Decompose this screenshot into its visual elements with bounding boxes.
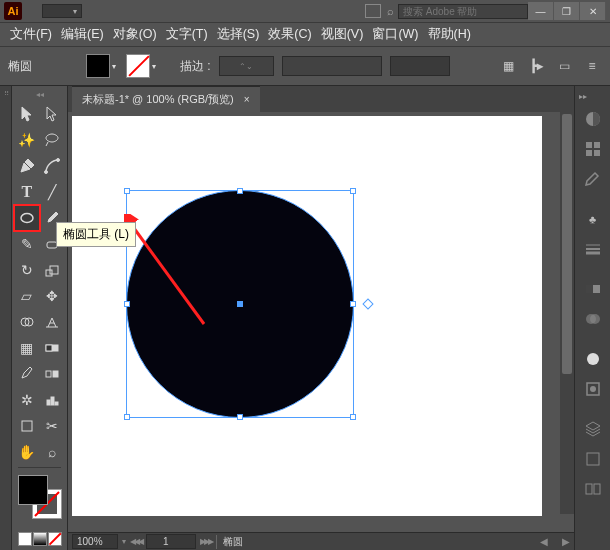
artboard-tool[interactable] bbox=[14, 413, 40, 439]
resize-handle[interactable] bbox=[124, 301, 130, 307]
stroke-width-input[interactable]: ⌃⌄ bbox=[219, 56, 274, 76]
svg-rect-13 bbox=[51, 397, 54, 405]
magic-wand-tool[interactable]: ✨ bbox=[14, 127, 40, 153]
tab-close-icon[interactable]: × bbox=[244, 94, 250, 105]
resize-handle[interactable] bbox=[350, 188, 356, 194]
brush-definition-dropdown[interactable] bbox=[282, 56, 382, 76]
resize-handle[interactable] bbox=[237, 414, 243, 420]
menu-edit[interactable]: 编辑(E) bbox=[57, 23, 108, 46]
center-point[interactable] bbox=[237, 301, 243, 307]
menu-object[interactable]: 对象(O) bbox=[109, 23, 161, 46]
line-tool[interactable]: ╱ bbox=[40, 179, 66, 205]
fill-dropdown[interactable]: ▾ bbox=[112, 56, 124, 76]
width-tool[interactable]: ▱ bbox=[14, 283, 40, 309]
curvature-tool[interactable] bbox=[40, 153, 66, 179]
resize-handle[interactable] bbox=[350, 414, 356, 420]
status-nav-arrows[interactable]: ◀ ▶ bbox=[540, 536, 570, 547]
resize-handle[interactable] bbox=[237, 188, 243, 194]
hand-tool[interactable]: ✋ bbox=[14, 439, 40, 465]
menu-window[interactable]: 窗口(W) bbox=[368, 23, 422, 46]
workspace-switcher[interactable]: ▾ bbox=[42, 4, 82, 18]
pie-handle[interactable] bbox=[362, 298, 373, 309]
canvas-viewport[interactable] bbox=[68, 112, 574, 532]
stroke-panel-icon[interactable] bbox=[578, 235, 608, 263]
menu-select[interactable]: 选择(S) bbox=[213, 23, 264, 46]
variable-width-dropdown[interactable] bbox=[390, 56, 450, 76]
search-input[interactable] bbox=[398, 4, 528, 19]
artboards-panel-icon[interactable] bbox=[578, 475, 608, 503]
menu-help[interactable]: 帮助(H) bbox=[424, 23, 475, 46]
gradient-mode[interactable] bbox=[33, 532, 47, 546]
slice-tool[interactable]: ✂ bbox=[40, 413, 66, 439]
color-panel-icon[interactable] bbox=[578, 105, 608, 133]
rotate-tool[interactable]: ↻ bbox=[14, 257, 40, 283]
artboard-number[interactable]: 1 bbox=[146, 534, 196, 549]
stroke-swatch[interactable] bbox=[126, 54, 150, 78]
artboard-nav[interactable]: ◀◀ ◀ bbox=[130, 537, 142, 546]
direct-selection-tool[interactable] bbox=[40, 101, 66, 127]
resize-handle[interactable] bbox=[350, 301, 356, 307]
symbols-panel-icon[interactable]: ♣ bbox=[578, 205, 608, 233]
menu-view[interactable]: 视图(V) bbox=[317, 23, 368, 46]
zoom-dropdown[interactable]: 100% bbox=[72, 534, 118, 549]
type-tool[interactable]: T bbox=[14, 179, 40, 205]
mesh-tool[interactable]: ▦ bbox=[14, 335, 40, 361]
eyedropper-tool[interactable] bbox=[14, 361, 40, 387]
menu-effect[interactable]: 效果(C) bbox=[264, 23, 315, 46]
fill-stroke-swatches[interactable] bbox=[14, 475, 65, 482]
minimize-button[interactable]: — bbox=[528, 2, 554, 20]
symbol-sprayer-tool[interactable]: ✲ bbox=[14, 387, 40, 413]
panel-grip-icon[interactable]: ◂◂ bbox=[14, 90, 65, 99]
fill-swatch[interactable] bbox=[86, 54, 110, 78]
search-icon[interactable]: ⌕ bbox=[387, 5, 394, 17]
appearance-panel-icon[interactable] bbox=[578, 345, 608, 373]
shaper-tool[interactable]: ✎ bbox=[14, 231, 40, 257]
menu-type[interactable]: 文字(T) bbox=[162, 23, 212, 46]
ellipse-tool[interactable] bbox=[14, 205, 40, 231]
swatches-panel-icon[interactable] bbox=[578, 135, 608, 163]
gradient-panel-icon[interactable] bbox=[578, 275, 608, 303]
resize-handle[interactable] bbox=[124, 414, 130, 420]
menu-file[interactable]: 文件(F) bbox=[6, 23, 56, 46]
arrange-docs-icon[interactable] bbox=[365, 4, 381, 18]
none-mode[interactable] bbox=[48, 532, 62, 546]
panel-menu-icon[interactable]: ≡ bbox=[582, 56, 602, 76]
shape-builder-tool[interactable] bbox=[14, 309, 40, 335]
lasso-tool[interactable] bbox=[40, 127, 66, 153]
vertical-scrollbar[interactable] bbox=[560, 112, 574, 514]
svg-point-1 bbox=[57, 159, 60, 162]
gradient-tool[interactable] bbox=[40, 335, 66, 361]
stroke-dropdown[interactable]: ▾ bbox=[152, 56, 164, 76]
svg-point-0 bbox=[45, 171, 48, 174]
pen-tool[interactable] bbox=[14, 153, 40, 179]
asset-export-panel-icon[interactable] bbox=[578, 445, 608, 473]
transform-icon[interactable]: ▭ bbox=[554, 56, 574, 76]
zoom-tool[interactable]: ⌕ bbox=[40, 439, 66, 465]
blend-tool[interactable] bbox=[40, 361, 66, 387]
brushes-panel-icon[interactable] bbox=[578, 165, 608, 193]
resize-handle[interactable] bbox=[124, 188, 130, 194]
svg-rect-26 bbox=[586, 285, 593, 293]
svg-rect-20 bbox=[586, 150, 592, 156]
grid-icon[interactable]: ▦ bbox=[498, 56, 518, 76]
document-tab[interactable]: 未标题-1* @ 100% (RGB/预览) × bbox=[72, 86, 260, 112]
close-button[interactable]: ✕ bbox=[580, 2, 606, 20]
dock-collapse-icon[interactable]: ▸▸ bbox=[575, 92, 587, 101]
fill-color-box[interactable] bbox=[18, 475, 48, 505]
svg-rect-21 bbox=[594, 150, 600, 156]
transparency-panel-icon[interactable] bbox=[578, 305, 608, 333]
color-mode[interactable] bbox=[18, 532, 32, 546]
artboard-nav-fwd[interactable]: ▶ ▶▶ bbox=[200, 537, 212, 546]
graphic-styles-panel-icon[interactable] bbox=[578, 375, 608, 403]
grip-icon[interactable]: ⠿ bbox=[4, 90, 8, 98]
align-icon[interactable]: ┣▸ bbox=[526, 56, 546, 76]
maximize-button[interactable]: ❐ bbox=[554, 2, 580, 20]
free-transform-tool[interactable]: ✥ bbox=[40, 283, 66, 309]
column-graph-tool[interactable] bbox=[40, 387, 66, 413]
selection-tool[interactable] bbox=[14, 101, 40, 127]
scroll-thumb[interactable] bbox=[562, 114, 572, 374]
artboard[interactable] bbox=[72, 116, 542, 516]
perspective-grid-tool[interactable] bbox=[40, 309, 66, 335]
layers-panel-icon[interactable] bbox=[578, 415, 608, 443]
scale-tool[interactable] bbox=[40, 257, 66, 283]
